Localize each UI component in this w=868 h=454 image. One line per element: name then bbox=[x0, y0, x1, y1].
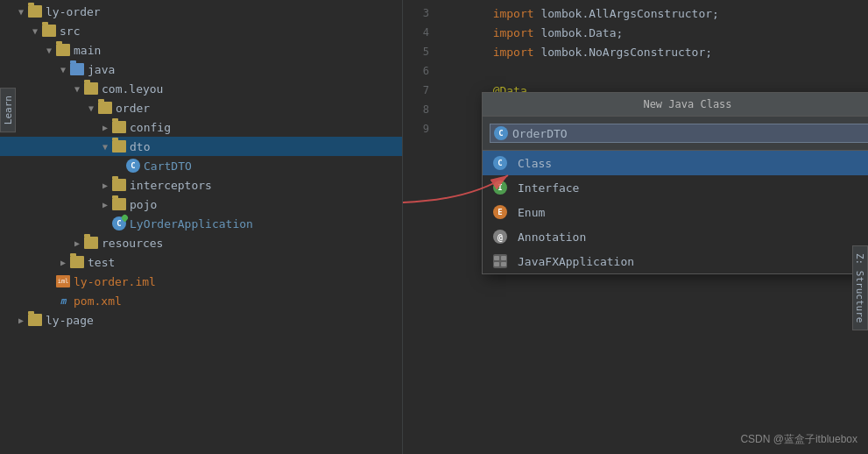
class-name-input[interactable] bbox=[512, 127, 868, 140]
arrow-main: ▼ bbox=[42, 46, 56, 55]
enum-option-icon: E bbox=[493, 205, 511, 219]
label-java: java bbox=[88, 63, 115, 76]
line-number-7: 7 bbox=[403, 84, 438, 96]
label-lyorderapplication: LyOrderApplication bbox=[130, 217, 253, 231]
label-resources: resources bbox=[102, 237, 163, 250]
arrow-java: ▼ bbox=[56, 65, 70, 74]
javafx-option-label: JavaFXApplication bbox=[518, 255, 634, 268]
tree-item-order[interactable]: ▼ order bbox=[0, 98, 402, 117]
structure-tab[interactable]: Z: Structure bbox=[852, 245, 868, 330]
label-main: main bbox=[74, 44, 101, 57]
line-number-9: 9 bbox=[403, 123, 438, 135]
label-src: src bbox=[60, 25, 80, 38]
folder-icon-main bbox=[56, 44, 70, 56]
folder-icon-com-leyou bbox=[84, 82, 98, 95]
label-iml: ly-order.iml bbox=[74, 275, 156, 288]
pom-icon: m bbox=[56, 294, 70, 307]
arrow-ly-page: ▶ bbox=[14, 316, 28, 325]
class-option-label: Class bbox=[518, 157, 552, 170]
tree-item-com-leyou[interactable]: ▼ com.leyou bbox=[0, 79, 402, 98]
tree-item-pojo[interactable]: ▶ pojo bbox=[0, 195, 402, 214]
watermark: CSDN @蓝盒子itbluebox bbox=[740, 432, 857, 447]
dialog-title: New Java Class bbox=[483, 93, 868, 117]
option-javafx[interactable]: JavaFXApplication bbox=[483, 249, 868, 273]
folder-icon-src bbox=[42, 25, 56, 37]
svg-rect-0 bbox=[494, 256, 499, 260]
folder-icon-order bbox=[98, 102, 112, 114]
class-option-icon: C bbox=[493, 156, 511, 170]
label-cartdto: CartDTO bbox=[144, 160, 192, 173]
option-annotation[interactable]: @ Annotation bbox=[483, 224, 868, 249]
tree-item-resources[interactable]: ▶ resources bbox=[0, 233, 402, 252]
label-order: order bbox=[116, 102, 150, 115]
folder-icon-ly-order bbox=[28, 5, 42, 18]
arrow-test: ▶ bbox=[56, 258, 70, 267]
code-line-5: 5 import lombok.NoArgsConstructor; bbox=[403, 42, 868, 61]
arrow-config: ▶ bbox=[98, 123, 112, 132]
dialog-input-wrapper: C bbox=[490, 124, 868, 143]
tree-item-cartdto[interactable]: ▶ C CartDTO bbox=[0, 156, 402, 175]
new-java-class-dialog: New Java Class C C Class I Interface bbox=[482, 92, 868, 274]
option-class[interactable]: C Class bbox=[483, 151, 868, 175]
arrow-order: ▼ bbox=[84, 103, 98, 113]
tree-item-lyorderapplication[interactable]: ▶ C LyOrderApplication bbox=[0, 214, 402, 233]
line-number-4: 4 bbox=[403, 26, 438, 39]
line-number-6: 6 bbox=[403, 65, 438, 77]
arrow-dto: ▼ bbox=[98, 142, 112, 152]
label-config: config bbox=[130, 121, 171, 134]
dialog-input-row: C bbox=[483, 117, 868, 151]
arrow-resources: ▶ bbox=[70, 238, 84, 248]
enum-option-label: Enum bbox=[518, 206, 545, 219]
svg-rect-1 bbox=[501, 256, 506, 260]
annotation-option-label: Annotation bbox=[518, 231, 586, 244]
dialog-c-icon: C bbox=[494, 126, 508, 140]
folder-icon-ly-page bbox=[28, 314, 42, 326]
folder-icon-pojo bbox=[112, 198, 126, 210]
tree-item-pom[interactable]: ▶ m pom.xml bbox=[0, 291, 402, 310]
annotation-option-icon: @ bbox=[493, 230, 511, 244]
tree-item-iml[interactable]: ▶ iml ly-order.iml bbox=[0, 272, 402, 291]
tree-item-dto[interactable]: ▼ dto bbox=[0, 137, 402, 156]
tree-item-test[interactable]: ▶ test bbox=[0, 252, 402, 272]
tree-item-main[interactable]: ▼ main bbox=[0, 40, 402, 60]
folder-icon-test bbox=[70, 256, 84, 268]
iml-icon: iml bbox=[56, 275, 70, 287]
tree-item-config[interactable]: ▶ config bbox=[0, 117, 402, 137]
interface-option-icon: I bbox=[493, 181, 511, 195]
line-number-5: 5 bbox=[403, 46, 438, 58]
tree-item-ly-page[interactable]: ▶ ly-page bbox=[0, 310, 402, 330]
project-tree-panel: Learn ▼ ly-order ▼ src ▼ bbox=[0, 0, 403, 454]
javafx-option-icon bbox=[493, 254, 511, 268]
folder-icon-java bbox=[70, 63, 84, 75]
code-content-5: import lombok.NoArgsConstructor; bbox=[438, 32, 712, 72]
label-pojo: pojo bbox=[130, 198, 157, 211]
label-ly-order: ly-order bbox=[46, 5, 101, 18]
tree-item-src[interactable]: ▼ src bbox=[0, 21, 402, 40]
code-editor-panel: 3 import lombok.AllArgsConstructor; 4 im… bbox=[403, 0, 868, 454]
dialog-options-list: C Class I Interface E Enum @ bbox=[483, 151, 868, 273]
arrow-pojo: ▶ bbox=[98, 200, 112, 209]
label-ly-page: ly-page bbox=[46, 314, 94, 327]
arrow-interceptors: ▶ bbox=[98, 181, 112, 190]
class-icon-cartdto: C bbox=[126, 159, 140, 173]
arrow-ly-order: ▼ bbox=[14, 7, 28, 17]
option-enum[interactable]: E Enum bbox=[483, 200, 868, 224]
line-number-3: 3 bbox=[403, 7, 438, 19]
folder-icon-config bbox=[112, 121, 126, 133]
tree-item-interceptors[interactable]: ▶ interceptors bbox=[0, 175, 402, 195]
arrow-src: ▼ bbox=[28, 26, 42, 36]
folder-icon-resources bbox=[84, 237, 98, 249]
label-dto: dto bbox=[130, 140, 150, 153]
option-interface[interactable]: I Interface bbox=[483, 175, 868, 200]
app-icon-lyorderapplication: C bbox=[112, 216, 126, 231]
tree-item-java[interactable]: ▼ java bbox=[0, 60, 402, 79]
label-test: test bbox=[88, 256, 115, 269]
arrow-com-leyou: ▼ bbox=[70, 84, 84, 94]
folder-icon-interceptors bbox=[112, 179, 126, 191]
label-interceptors: interceptors bbox=[130, 179, 212, 192]
tree-item-ly-order[interactable]: ▼ ly-order bbox=[0, 2, 402, 21]
svg-rect-2 bbox=[494, 262, 499, 266]
folder-icon-dto bbox=[112, 140, 126, 153]
learn-tab[interactable]: Learn bbox=[0, 88, 16, 132]
label-pom: pom.xml bbox=[74, 294, 122, 308]
